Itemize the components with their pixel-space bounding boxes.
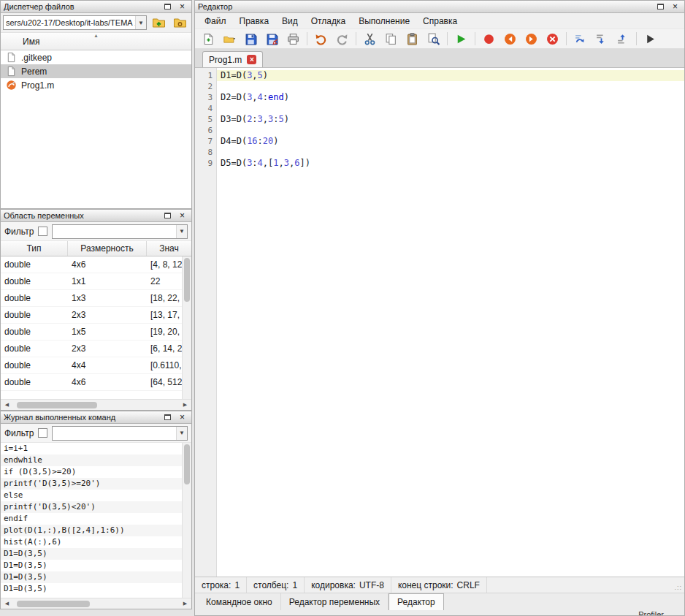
line-number-gutter[interactable]: 123456789 [195,68,217,577]
code-line[interactable]: D3=D(2:3,3:5) [217,114,684,125]
code-line[interactable] [217,147,684,158]
code-line[interactable] [217,125,684,136]
table-row[interactable]: double4x4[0.6110, [1,357,182,374]
filter-combobox[interactable]: ▼ [52,224,188,239]
history-item[interactable]: hist(A(:),6) [1,536,182,548]
scroll-left-icon[interactable]: ◀ [3,601,11,607]
file-row[interactable]: .gitkeep [1,50,191,64]
filter-combobox[interactable]: ▼ [52,426,188,441]
cut-button[interactable] [360,30,380,47]
chevron-down-icon[interactable]: ▼ [135,16,146,29]
history-item[interactable]: D1=D(3,5) [1,571,182,583]
run-button[interactable] [451,30,471,47]
copy-button[interactable] [381,30,401,47]
close-icon[interactable]: × [176,412,188,423]
history-item[interactable]: i=i+1 [1,443,182,455]
new-script-button[interactable] [199,30,218,47]
line-number[interactable]: 1 [195,70,213,81]
scrollbar-thumb[interactable] [184,258,190,302]
line-number[interactable]: 4 [195,103,213,114]
history-item[interactable]: D1=D(3,5) [1,560,182,571]
scrollbar-track[interactable] [12,601,180,607]
history-item[interactable]: D1=D(3,5) [1,583,182,595]
close-icon[interactable]: × [176,1,188,12]
undock-icon[interactable] [161,210,174,221]
breakpoint-clear-button[interactable] [543,30,562,47]
scrollbar-thumb[interactable] [17,402,97,408]
scroll-left-icon[interactable]: ◀ [3,402,11,408]
name-column-header[interactable]: ▴ Имя [1,33,191,50]
line-number[interactable]: 3 [195,92,213,103]
menu-item[interactable]: Вид [275,15,305,28]
column-header[interactable]: Знач [147,241,191,256]
bottom-tab[interactable]: Редактор [389,593,444,610]
save-as-button[interactable] [262,30,282,47]
close-icon[interactable]: × [669,1,681,12]
column-header[interactable]: Тип [1,241,68,256]
close-icon[interactable]: × [176,210,188,221]
bottom-tab[interactable]: Редактор переменных [281,593,389,610]
code-line[interactable] [217,81,684,92]
table-row[interactable]: double2x3[13, 17, 2 [1,307,182,324]
line-number[interactable]: 7 [195,136,213,147]
horizontal-scrollbar[interactable]: ◀ ▶ [1,399,191,410]
redo-button[interactable] [332,30,352,47]
history-item[interactable]: else [1,490,182,501]
breakpoint-toggle-button[interactable] [479,30,499,47]
code-line[interactable]: D1=D(3,5) [217,70,684,81]
history-item[interactable]: plot(D(1,:),B([2,4],1:6)) [1,525,182,536]
code-line[interactable]: D5=D(3:4,[1,3,6]) [217,158,684,169]
scrollbar-thumb[interactable] [184,444,190,484]
vertical-scrollbar[interactable] [182,443,191,598]
breakpoint-prev-button[interactable] [500,30,520,47]
line-number[interactable]: 8 [195,147,213,158]
scroll-right-icon[interactable]: ▶ [181,402,189,408]
table-row[interactable]: double4x6[64, 512, [1,374,182,391]
undock-icon[interactable] [161,412,174,423]
step-over-button[interactable] [570,30,590,47]
file-row[interactable]: Prog1.m [1,78,191,92]
step-in-button[interactable] [592,30,611,47]
history-item[interactable]: if (D(3,5)>=20) [1,466,182,478]
file-row[interactable]: Perem [1,64,191,78]
line-number[interactable]: 9 [195,158,213,169]
menu-item[interactable]: Выполнение [352,15,416,28]
horizontal-scrollbar[interactable]: ◀ ▶ [1,598,191,609]
menu-item[interactable]: Файл [198,15,233,28]
history-item[interactable]: printf('D(3,5)<20') [1,501,182,513]
line-number[interactable]: 2 [195,81,213,92]
chevron-down-icon[interactable]: ▼ [176,225,187,238]
undock-icon[interactable] [161,1,174,12]
history-item[interactable]: D1=D(3,5) [1,548,182,560]
bottom-tab[interactable]: Командное окно [198,593,281,610]
breakpoint-next-button[interactable] [521,30,541,47]
scroll-right-icon[interactable]: ▶ [181,601,189,607]
history-item[interactable]: printf('D(3,5)>=20') [1,478,182,490]
find-button[interactable] [424,30,443,47]
line-number[interactable]: 5 [195,114,213,125]
menu-item[interactable]: Правка [233,15,276,28]
chevron-down-icon[interactable]: ▼ [176,427,187,440]
close-tab-icon[interactable]: × [247,55,256,64]
print-button[interactable] [283,30,303,47]
scrollbar-track[interactable] [12,402,180,408]
table-row[interactable]: double1x3[18, 22, 2 [1,290,182,307]
code-line[interactable]: D4=D(16:20) [217,136,684,147]
undock-icon[interactable] [654,1,667,12]
run-cursor-button[interactable] [640,30,660,47]
filter-checkbox[interactable] [38,227,47,236]
line-number[interactable]: 6 [195,125,213,136]
code-line[interactable] [217,103,684,114]
table-row[interactable]: double2x3[6, 14, 26 [1,341,182,357]
folder-up-button[interactable] [149,15,168,31]
step-out-button[interactable] [613,30,632,47]
scrollbar-thumb[interactable] [17,601,90,607]
resize-grip-icon[interactable]: .:: [674,584,682,591]
vertical-scrollbar[interactable] [182,256,191,399]
code-area[interactable]: D1=D(3,5)D2=D(3,4:end)D3=D(2:3,3:5)D4=D(… [217,68,684,577]
history-item[interactable]: endwhile [1,455,182,466]
filter-checkbox[interactable] [38,428,47,438]
table-row[interactable]: double1x122 [1,273,182,290]
table-row[interactable]: double1x5[19, 20, 2 [1,324,182,341]
path-combobox[interactable]: sers/u202-17/Desktop/it-labs/TEMA 1 ▼ [3,15,147,30]
